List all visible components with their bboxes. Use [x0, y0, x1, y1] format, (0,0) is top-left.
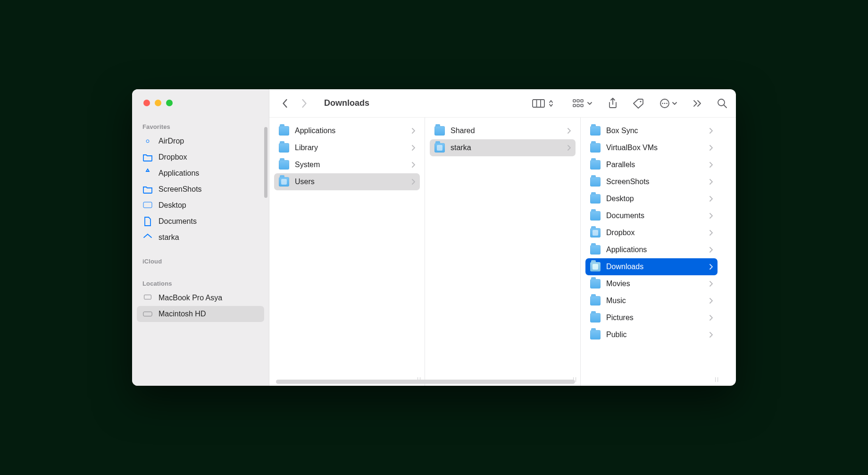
svg-rect-13 — [581, 100, 583, 102]
file-row[interactable]: Documents — [585, 207, 718, 224]
file-row[interactable]: starka — [430, 139, 576, 156]
file-label: System — [295, 161, 406, 169]
chevron-right-icon — [411, 179, 415, 185]
file-row[interactable]: Dropbox — [585, 224, 718, 241]
file-label: ScreenShots — [606, 178, 703, 186]
file-row[interactable]: Pictures — [585, 309, 718, 326]
chevron-right-icon — [411, 128, 415, 134]
sidebar-item-screenshots[interactable]: ScreenShots — [137, 181, 264, 197]
file-row[interactable]: Users — [274, 173, 420, 190]
sidebar-item-dropbox[interactable]: Dropbox — [137, 149, 264, 165]
sidebar-scrollbar[interactable] — [264, 127, 267, 198]
chevron-left-icon — [282, 99, 288, 108]
svg-rect-5 — [144, 295, 151, 299]
svg-point-0 — [146, 140, 149, 143]
file-row[interactable]: Downloads — [585, 258, 718, 275]
column-0: ApplicationsLibrarySystemUsers|| — [269, 118, 425, 386]
toolbar: Downloads — [269, 89, 736, 118]
file-label: Downloads — [606, 263, 703, 271]
file-row[interactable]: Public — [585, 326, 718, 343]
tag-icon — [633, 98, 644, 109]
close-window-button[interactable] — [143, 100, 150, 106]
folder-icon — [590, 279, 601, 288]
file-row[interactable]: ScreenShots — [585, 173, 718, 190]
file-row[interactable]: VirtualBox VMs — [585, 139, 718, 156]
sidebar-item-airdrop[interactable]: AirDrop — [137, 133, 264, 149]
file-row[interactable]: Applications — [274, 122, 420, 139]
folder-icon — [279, 160, 289, 170]
file-row[interactable]: Applications — [585, 241, 718, 258]
sidebar-item-label: Applications — [159, 169, 199, 178]
sidebar-item-documents[interactable]: Documents — [137, 213, 264, 229]
chevron-right-icon — [709, 281, 713, 287]
sidebar-section-title: Favorites — [137, 121, 264, 133]
svg-rect-3 — [143, 202, 152, 208]
fullscreen-window-button[interactable] — [166, 100, 173, 106]
overflow-button[interactable] — [693, 97, 702, 110]
file-row[interactable]: Desktop — [585, 190, 718, 207]
desktop-icon — [142, 200, 153, 211]
file-row[interactable]: Music — [585, 292, 718, 309]
folder-icon — [590, 245, 601, 254]
share-button[interactable] — [608, 97, 618, 110]
airdrop-icon — [142, 136, 153, 146]
folder-icon — [434, 126, 445, 136]
column-2: Box SyncVirtualBox VMsParallelsScreenSho… — [581, 118, 722, 386]
sidebar-item-label: Dropbox — [159, 153, 187, 161]
file-row[interactable]: Movies — [585, 275, 718, 292]
folder-icon — [590, 211, 601, 221]
file-label: Shared — [451, 127, 561, 135]
forward-button[interactable] — [297, 97, 311, 110]
search-button[interactable] — [717, 97, 727, 110]
sidebar-item-label: starka — [159, 233, 179, 242]
file-row[interactable]: Parallels — [585, 156, 718, 173]
file-label: Parallels — [606, 161, 703, 169]
search-icon — [717, 98, 727, 109]
folder-outline-icon — [142, 152, 153, 162]
sidebar-item-macbook-pro-asya[interactable]: MacBook Pro Asya — [137, 290, 264, 306]
folder-icon — [590, 160, 601, 170]
back-button[interactable] — [278, 97, 292, 110]
chevron-right-icon — [567, 145, 571, 151]
column-1: Sharedstarka|| — [425, 118, 581, 386]
svg-point-17 — [640, 101, 641, 102]
chevron-right-icon — [709, 315, 713, 321]
sidebar-item-desktop[interactable]: Desktop — [137, 197, 264, 213]
file-row[interactable]: System — [274, 156, 420, 173]
folder-icon — [590, 126, 601, 136]
actions-menu-button[interactable] — [659, 97, 677, 110]
file-row[interactable]: Box Sync — [585, 122, 718, 139]
svg-rect-12 — [577, 100, 579, 102]
sidebar-item-macintosh-hd[interactable]: Macintosh HD — [137, 306, 264, 322]
sidebar-section-title: iCloud — [137, 256, 264, 268]
sidebar-item-label: AirDrop — [159, 137, 184, 145]
grid-group-icon — [573, 99, 585, 108]
sidebar-item-label: Documents — [159, 217, 197, 226]
chevron-right-icon — [567, 128, 571, 134]
svg-rect-15 — [577, 104, 579, 107]
folder-outline-icon — [142, 184, 153, 195]
file-label: Library — [295, 144, 406, 152]
horizontal-scrollbar-track[interactable] — [276, 380, 729, 384]
chevron-right-icon — [301, 99, 307, 108]
sidebar-item-starka[interactable]: starka — [137, 229, 264, 246]
up-down-chevron-icon — [548, 99, 554, 108]
horizontal-scrollbar-thumb[interactable] — [276, 380, 575, 384]
folder-icon — [590, 194, 601, 204]
svg-rect-11 — [573, 100, 576, 102]
file-row[interactable]: Shared — [430, 122, 576, 139]
chevron-right-icon — [709, 145, 713, 151]
view-columns-button[interactable] — [532, 97, 554, 110]
chevron-down-icon — [587, 101, 593, 106]
minimize-window-button[interactable] — [155, 100, 161, 106]
disk-icon — [142, 309, 153, 319]
group-by-button[interactable] — [573, 97, 593, 110]
main-area: Downloads — [269, 89, 736, 386]
folder-icon — [590, 330, 601, 339]
share-icon — [608, 98, 618, 109]
file-label: Pictures — [606, 314, 703, 322]
file-row[interactable]: Library — [274, 139, 420, 156]
tags-button[interactable] — [633, 97, 644, 110]
sidebar-item-applications[interactable]: Applications — [137, 165, 264, 181]
file-label: Public — [606, 331, 703, 339]
